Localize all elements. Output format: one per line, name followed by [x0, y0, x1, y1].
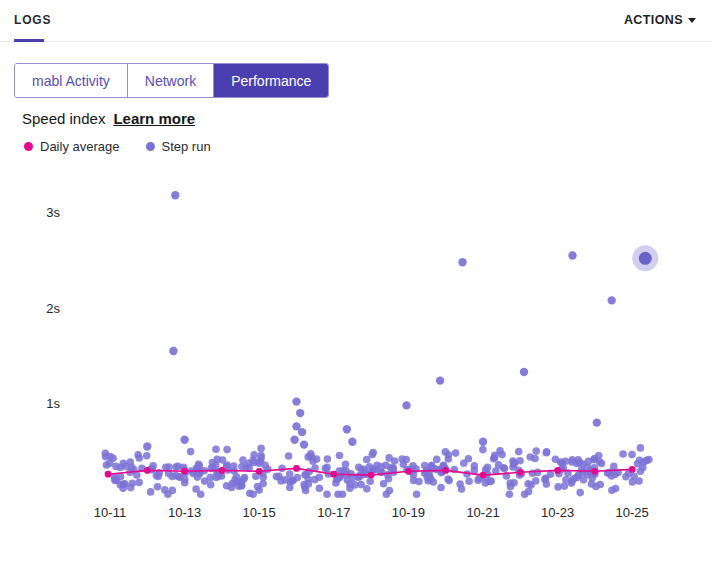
speed-index-chart[interactable]: 3s2s1s10-1110-1310-1510-1710-1910-2110-2… [0, 160, 712, 565]
step-run-point [595, 452, 603, 460]
step-run-point [610, 463, 618, 471]
step-run-point [562, 476, 570, 484]
step-run-outlier-point [343, 425, 351, 433]
y-tick-label: 3s [46, 205, 60, 220]
actions-button-label: ACTIONS [624, 13, 683, 27]
daily-average-point [405, 468, 412, 475]
step-run-point [201, 477, 209, 485]
legend-item-daily-average: Daily average [24, 139, 120, 154]
daily-average-point [517, 469, 524, 476]
daily-average-point [442, 467, 449, 474]
step-run-point [360, 465, 368, 473]
step-run-point [259, 474, 267, 482]
logs-performance-page: LOGS ACTIONS mabl Activity Network Perfo… [0, 0, 712, 565]
step-run-point [311, 476, 319, 484]
step-run-point [452, 449, 460, 457]
learn-more-link[interactable]: Learn more [113, 110, 195, 127]
step-run-outlier-point [143, 442, 151, 450]
daily-average-point [219, 467, 226, 474]
step-run-point [645, 456, 653, 464]
step-run-point [525, 488, 533, 496]
daily-average-point [554, 467, 561, 474]
step-run-point [294, 474, 302, 482]
step-run-point [257, 445, 265, 453]
step-run-point [498, 451, 506, 459]
step-run-point [534, 469, 542, 477]
step-run-point [285, 452, 293, 460]
step-run-point [223, 482, 231, 490]
step-run-point [445, 477, 453, 485]
logs-tab[interactable]: LOGS [14, 13, 51, 27]
chart-title-row: Speed index Learn more [22, 110, 195, 127]
step-run-point [181, 479, 189, 487]
step-run-point [532, 477, 540, 485]
step-run-outlier-point [298, 428, 306, 436]
daily-average-point [629, 466, 636, 473]
tab-network[interactable]: Network [128, 64, 214, 97]
step-run-point [278, 465, 286, 473]
x-tick-label: 10-17 [317, 505, 350, 520]
daily-average-point [480, 472, 487, 479]
step-run-point [433, 456, 441, 464]
step-run-point [153, 472, 161, 480]
step-run-point [340, 467, 348, 475]
chart-title: Speed index [22, 110, 105, 127]
page-header: LOGS ACTIONS [0, 0, 712, 42]
x-tick-label: 10-15 [243, 505, 276, 520]
step-run-point [456, 480, 464, 488]
chart-legend: Daily average Step run [24, 139, 211, 154]
step-run-point [629, 478, 637, 486]
step-run-point [324, 455, 332, 463]
x-tick-label: 10-23 [541, 505, 574, 520]
step-run-point [154, 483, 162, 491]
step-run-point [334, 490, 342, 498]
step-run-point [437, 484, 445, 492]
step-run-point [510, 479, 518, 487]
step-run-point [576, 489, 584, 497]
step-run-point [569, 456, 577, 464]
step-run-point [135, 479, 143, 487]
step-run-point [264, 465, 272, 473]
step-run-point [147, 488, 155, 496]
step-run-outlier-point [436, 376, 444, 384]
daily-average-point [293, 465, 300, 472]
step-run-point [471, 462, 479, 470]
step-run-point [238, 463, 246, 471]
daily-average-point [368, 472, 375, 479]
legend-label-step-run: Step run [162, 139, 211, 154]
x-tick-label: 10-19 [392, 505, 425, 520]
step-run-point [531, 455, 539, 463]
step-run-point [385, 454, 393, 462]
step-run-point [119, 485, 127, 493]
tab-mabl-activity[interactable]: mabl Activity [15, 64, 128, 97]
step-run-point [250, 451, 258, 459]
step-run-point [442, 448, 450, 456]
step-run-point [363, 485, 371, 493]
step-run-point [102, 453, 110, 461]
step-run-point [254, 483, 262, 491]
step-run-point [628, 451, 636, 459]
daily-average-dot-icon [24, 142, 33, 151]
step-run-point [316, 485, 324, 493]
step-run-point [234, 478, 242, 486]
daily-average-point [256, 468, 263, 475]
highlighted-step-run-point[interactable] [639, 252, 652, 265]
step-run-point [239, 456, 247, 464]
step-run-point [301, 471, 309, 479]
x-tick-label: 10-11 [94, 505, 126, 520]
step-run-point [506, 490, 514, 498]
step-run-point [465, 477, 473, 485]
step-run-point [445, 455, 453, 463]
step-run-point [192, 485, 200, 493]
actions-button[interactable]: ACTIONS [624, 11, 696, 29]
x-tick-label: 10-21 [466, 505, 499, 520]
step-run-point [619, 450, 627, 458]
step-run-outlier-point [608, 296, 616, 304]
step-run-dot-icon [146, 142, 155, 151]
tab-performance[interactable]: Performance [214, 64, 328, 97]
step-run-point [309, 457, 317, 465]
speed-index-chart-svg[interactable]: 3s2s1s10-1110-1310-1510-1710-1910-2110-2… [0, 160, 712, 565]
step-run-outlier-point [348, 438, 356, 446]
x-tick-label: 10-25 [616, 505, 649, 520]
step-run-point [219, 456, 227, 464]
